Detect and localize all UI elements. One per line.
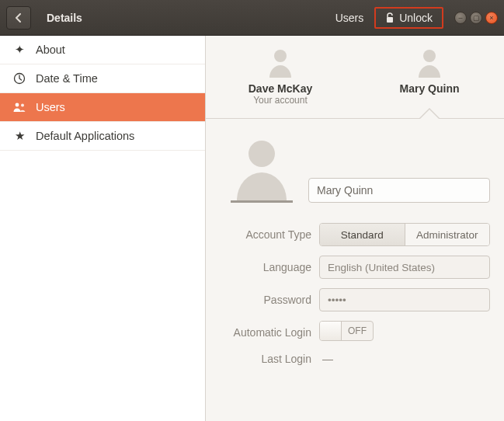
- svg-point-2: [16, 103, 19, 107]
- user-tile[interactable]: Mary Quinn: [355, 36, 504, 118]
- users-header-button[interactable]: Users: [325, 7, 375, 29]
- svg-point-3: [21, 104, 24, 107]
- close-button[interactable]: ×: [485, 12, 498, 24]
- autologin-label: Automatic Login: [220, 326, 319, 339]
- language-field[interactable]: English (United States): [319, 256, 490, 279]
- lastlogin-label: Last Login: [220, 353, 319, 365]
- maximize-button[interactable]: ▢: [470, 12, 482, 24]
- titlebar: Details Users Unlock – ▢ ×: [0, 0, 504, 36]
- sidebar-item-about[interactable]: ✦ About: [0, 36, 205, 64]
- main-pane: Dave McKay Your account Mary Quinn Accou…: [206, 36, 504, 421]
- chevron-left-icon: [15, 13, 23, 23]
- minimize-button[interactable]: –: [454, 12, 467, 24]
- svg-point-6: [249, 141, 275, 167]
- window-controls: – ▢ ×: [448, 12, 504, 24]
- svg-rect-0: [387, 17, 393, 23]
- person-icon: [416, 47, 443, 78]
- unlock-label: Unlock: [399, 12, 433, 24]
- avatar[interactable]: [231, 137, 293, 203]
- svg-point-5: [423, 50, 436, 62]
- plus-icon: ✦: [12, 43, 26, 56]
- sidebar-item-label: About: [36, 43, 65, 56]
- sidebar-item-users[interactable]: Users: [0, 93, 205, 122]
- sidebar-item-label: Default Applications: [36, 130, 134, 142]
- person-icon: [232, 135, 291, 200]
- account-type-standard[interactable]: Standard: [320, 224, 405, 245]
- language-value: English (United States): [328, 262, 435, 273]
- password-value: •••••: [328, 294, 346, 306]
- full-name-input[interactable]: [308, 178, 490, 203]
- user-tile[interactable]: Dave McKay Your account: [206, 36, 355, 118]
- lock-icon: [385, 12, 395, 23]
- account-type-admin[interactable]: Administrator: [405, 224, 490, 245]
- sidebar: ✦ About Date & Time Users ★ Default Appl…: [0, 36, 206, 421]
- sidebar-item-datetime[interactable]: Date & Time: [0, 64, 205, 93]
- svg-point-4: [274, 50, 287, 62]
- users-icon: [12, 102, 26, 113]
- password-label: Password: [220, 294, 319, 306]
- user-name: Mary Quinn: [399, 82, 459, 95]
- sidebar-item-default-apps[interactable]: ★ Default Applications: [0, 122, 205, 151]
- lastlogin-value: —: [319, 353, 490, 365]
- page-title: Details: [47, 12, 82, 24]
- language-label: Language: [220, 261, 319, 273]
- switch-knob: [320, 322, 342, 340]
- back-button[interactable]: [6, 6, 31, 30]
- user-name: Dave McKay: [249, 82, 313, 95]
- user-subtitle: Your account: [253, 95, 308, 106]
- autologin-switch[interactable]: OFF: [319, 321, 374, 341]
- sidebar-item-label: Date & Time: [36, 72, 98, 85]
- password-field[interactable]: •••••: [319, 288, 490, 311]
- clock-icon: [12, 72, 26, 85]
- user-details: Account Type Standard Administrator Lang…: [206, 119, 504, 374]
- star-icon: ★: [12, 130, 26, 142]
- sidebar-item-label: Users: [36, 101, 65, 113]
- unlock-button[interactable]: Unlock: [374, 7, 443, 29]
- account-type-toggle[interactable]: Standard Administrator: [319, 223, 490, 246]
- person-icon: [267, 47, 294, 78]
- user-selector: Dave McKay Your account Mary Quinn: [206, 36, 504, 119]
- account-type-label: Account Type: [220, 228, 319, 241]
- switch-label: OFF: [342, 325, 373, 336]
